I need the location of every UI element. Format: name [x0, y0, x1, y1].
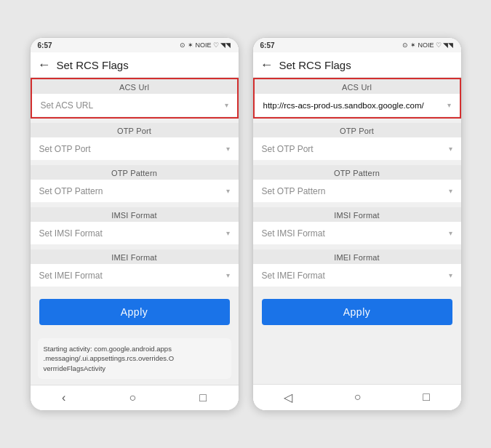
imei-header-2: IMEI Format [253, 249, 461, 264]
otp-port-header-2: OTP Port [253, 123, 461, 137]
acs-section-2: ACS Url http://rcs-acs-prod-us.sandbox.g… [253, 78, 461, 119]
otp-pattern-field-1[interactable]: Set OTP Pattern ▾ [31, 180, 239, 203]
time-2: 6:57 [260, 41, 275, 49]
otp-pattern-header-2: OTP Pattern [253, 165, 461, 180]
acs-header-1: ACS Url [32, 79, 237, 94]
otp-port-placeholder-2: Set OTP Port [262, 144, 314, 154]
nav-bar-1: ‹ ○ □ [31, 385, 239, 410]
imsi-arrow-2: ▾ [449, 229, 452, 237]
imsi-placeholder-1: Set IMSI Format [39, 228, 103, 239]
imsi-arrow-1: ▾ [226, 229, 230, 237]
back-button-1[interactable]: ← [38, 58, 51, 71]
acs-section-1: ACS Url Set ACS URL ▾ [31, 78, 239, 119]
phone-2: 6:57 ⊙ ✶ ΝΟΙΕ ♡ ◥◥ ← Set RCS Flags ACS U… [252, 37, 462, 411]
otp-pattern-header-1: OTP Pattern [31, 165, 239, 180]
status-bar-2: 6:57 ⊙ ✶ ΝΟΙΕ ♡ ◥◥ [253, 38, 461, 52]
back-button-2[interactable]: ← [260, 58, 274, 71]
imei-placeholder-1: Set IMEI Format [39, 271, 103, 281]
otp-pattern-field-2[interactable]: Set OTP Pattern ▾ [253, 180, 461, 203]
imsi-field-1[interactable]: Set IMSI Format ▾ [31, 222, 239, 245]
apply-button-1[interactable]: Apply [39, 299, 230, 325]
nav-bar-2: ◁ ○ □ [253, 384, 461, 410]
spacer-2 [253, 332, 461, 384]
signal-icons-2: ⊙ ✶ ΝΟΙΕ ♡ ◥◥ [402, 41, 453, 49]
top-bar-1: ← Set RCS Flags [31, 52, 239, 78]
imei-header-1: IMEI Format [31, 249, 239, 264]
imei-field-1[interactable]: Set IMEI Format ▾ [31, 264, 239, 287]
nav-recent-1[interactable]: □ [199, 391, 207, 404]
acs-value-2: http://rcs-acs-prod-us.sandbox.google.co… [263, 101, 424, 110]
otp-port-field-1[interactable]: Set OTP Port ▾ [31, 137, 239, 161]
log-box-1: Starting activity: com.google.android.ap… [38, 338, 231, 379]
nav-recent-2[interactable]: □ [423, 391, 430, 404]
page-title-1: Set RCS Flags [57, 59, 129, 71]
status-icons-1: ⊙ ✶ ΝΟΙΕ ♡ ◥◥ [180, 41, 231, 49]
gap-1e [31, 287, 239, 292]
imei-placeholder-2: Set IMEI Format [262, 271, 325, 281]
content-2: ACS Url http://rcs-acs-prod-us.sandbox.g… [253, 78, 461, 384]
phones-container: 6:57 ⊙ ✶ ΝΟΙΕ ♡ ◥◥ ← Set RCS Flags ACS U… [23, 23, 469, 425]
imei-arrow-2: ▾ [449, 271, 452, 279]
otp-pattern-arrow-2: ▾ [449, 187, 452, 195]
imsi-field-2[interactable]: Set IMSI Format ▾ [253, 222, 461, 245]
nav-home-1[interactable]: ○ [129, 391, 136, 404]
time-1: 6:57 [38, 41, 52, 49]
otp-port-field-2[interactable]: Set OTP Port ▾ [253, 137, 461, 161]
otp-pattern-placeholder-2: Set OTP Pattern [262, 186, 326, 196]
otp-port-arrow-1: ▾ [226, 145, 230, 153]
nav-back-2[interactable]: ◁ [284, 391, 292, 404]
nav-back-1[interactable]: ‹ [62, 391, 65, 404]
acs-placeholder-1: Set ACS URL [41, 100, 94, 111]
otp-port-header-1: OTP Port [31, 123, 239, 137]
imsi-header-1: IMSI Format [31, 207, 239, 222]
otp-port-arrow-2: ▾ [449, 145, 452, 153]
page-title-2: Set RCS Flags [279, 59, 351, 71]
imsi-header-2: IMSI Format [253, 207, 461, 222]
otp-pattern-placeholder-1: Set OTP Pattern [39, 186, 103, 196]
status-bar-1: 6:57 ⊙ ✶ ΝΟΙΕ ♡ ◥◥ [31, 38, 239, 52]
imei-arrow-1: ▾ [226, 271, 230, 279]
apply-button-2[interactable]: Apply [262, 299, 452, 325]
acs-arrow-1: ▾ [225, 101, 228, 109]
signal-icons-1: ⊙ ✶ ΝΟΙΕ ♡ ◥◥ [180, 41, 231, 49]
acs-field-1[interactable]: Set ACS URL ▾ [32, 94, 237, 117]
top-bar-2: ← Set RCS Flags [253, 52, 461, 78]
phone-1: 6:57 ⊙ ✶ ΝΟΙΕ ♡ ◥◥ ← Set RCS Flags ACS U… [30, 37, 239, 411]
acs-header-2: ACS Url [255, 79, 460, 94]
imsi-placeholder-2: Set IMSI Format [262, 228, 325, 239]
imei-field-2[interactable]: Set IMEI Format ▾ [253, 264, 461, 287]
otp-port-placeholder-1: Set OTP Port [39, 144, 91, 154]
gap-2e [253, 287, 461, 292]
otp-pattern-arrow-1: ▾ [226, 187, 230, 195]
content-1: ACS Url Set ACS URL ▾ OTP Port Set OTP P… [31, 78, 239, 385]
status-icons-2: ⊙ ✶ ΝΟΙΕ ♡ ◥◥ [402, 41, 453, 49]
acs-field-2[interactable]: http://rcs-acs-prod-us.sandbox.google.co… [255, 94, 460, 117]
nav-home-2[interactable]: ○ [354, 391, 362, 404]
acs-arrow-2: ▾ [447, 101, 451, 109]
